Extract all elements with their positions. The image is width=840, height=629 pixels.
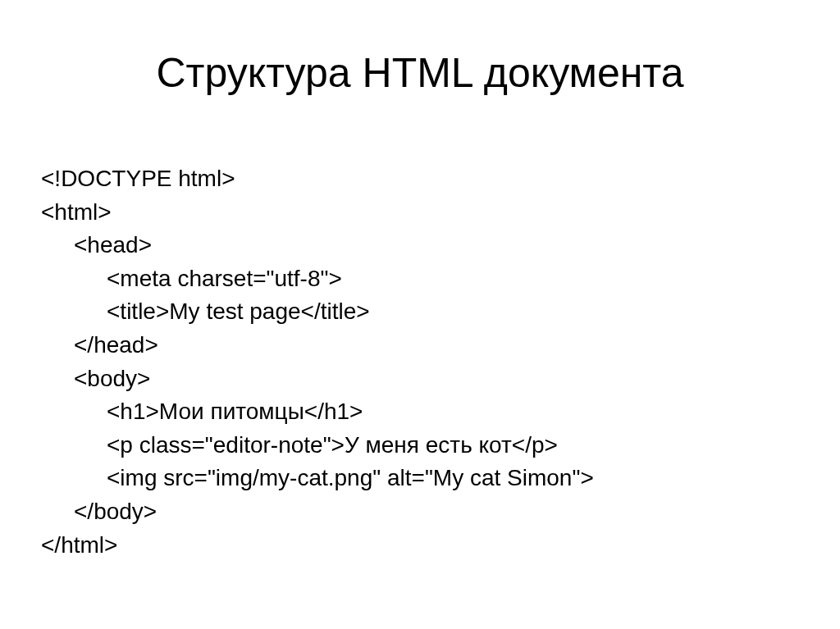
code-line: <img src="img/my-cat.png" alt="My cat Si… xyxy=(41,462,799,495)
code-line: <head> xyxy=(41,229,799,262)
code-line: </head> xyxy=(41,329,799,362)
code-line: </body> xyxy=(41,495,799,529)
code-line: <!DOCTYPE html> xyxy=(41,162,799,196)
code-line: <title>My test page</title> xyxy=(41,295,799,329)
slide-title: Структура HTML документа xyxy=(41,49,799,97)
code-line: <html> xyxy=(41,196,799,230)
code-line: <meta charset="utf-8"> xyxy=(41,262,799,296)
code-line: <body> xyxy=(41,362,799,396)
code-line: <p class="editor-note">У меня есть кот</… xyxy=(41,429,799,463)
code-line: <h1>Мои питомцы</h1> xyxy=(41,395,799,429)
code-line: </html> xyxy=(41,529,799,563)
code-example: <!DOCTYPE html> <html> <head> <meta char… xyxy=(41,162,799,562)
